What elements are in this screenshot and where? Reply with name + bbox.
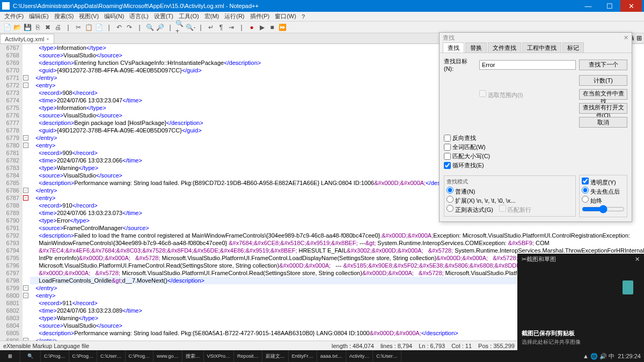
menu-item[interactable]: 窗口(W) [273, 12, 298, 20]
taskbar-item[interactable]: aaaa.txt… [317, 350, 346, 362]
new-file-icon[interactable]: 📄 [2, 23, 12, 32]
taskbar-item[interactable]: 新建文… [262, 350, 289, 362]
minimize-button[interactable]: — [577, 0, 599, 12]
toast-app: 截图和草图 [526, 255, 556, 263]
mode-normal-radio[interactable] [447, 187, 453, 194]
redo-icon[interactable]: ↷ [125, 23, 134, 32]
sel-range-checkbox [479, 90, 486, 97]
line-gutter: 6767676867696770677167726773677467756776… [0, 44, 23, 346]
toolbar: 📄 📂 💾 ⎘ ✖ 🖨 | ✂ 📋 📄 | ↶ ↷ | 🔍 🔎 | 🔍+ 🔍- … [0, 21, 644, 33]
taskbar[interactable]: ⊞ 🔍 C:\Prog…C:\Prog…C:\User…C:\Prog…www.… [0, 350, 644, 362]
menu-item[interactable]: 视图(V) [77, 12, 101, 20]
notification-toast[interactable]: ✂ 截图和草图✕ 截图已保存到剪贴板 选择此处标记并共享图像 [517, 254, 644, 350]
menu-item[interactable]: 搜索(S) [52, 12, 76, 20]
toast-subtitle: 选择此处标记并共享图像 [522, 338, 640, 346]
taskbar-item[interactable]: C:\User… [97, 350, 126, 362]
start-button[interactable]: ⊞ [0, 350, 20, 362]
menu-item[interactable]: 插件(P) [248, 12, 272, 20]
menu-item[interactable]: ? [299, 13, 307, 20]
taskbar-item[interactable]: Reposit… [234, 350, 262, 362]
find-icon[interactable]: 🔍 [145, 23, 155, 32]
save-all-icon[interactable]: ⎘ [33, 23, 42, 32]
menu-item[interactable]: 宏(M) [202, 12, 222, 20]
taskbar-item[interactable]: C:\User… [373, 350, 401, 362]
wrap-checkbox[interactable] [444, 162, 451, 169]
backward-checkbox[interactable] [444, 135, 451, 142]
copy-icon[interactable]: 📋 [84, 23, 93, 32]
window-title: C:\Users\Administrator\AppData\Roaming\M… [13, 3, 577, 9]
taskbar-item[interactable]: www.go… [153, 350, 182, 362]
search-button[interactable]: 🔍 [20, 350, 41, 362]
toast-title: 截图已保存到剪贴板 [522, 329, 640, 337]
taskbar-item[interactable]: VSIXPro… [204, 350, 235, 362]
title-bar: C:\Users\Administrator\AppData\Roaming\M… [0, 0, 644, 12]
macro-play-icon[interactable]: ▶ [257, 23, 267, 32]
taskbar-clock[interactable]: 21:29:24 [618, 353, 641, 359]
menu-item[interactable]: 语言(L) [127, 12, 150, 20]
close-button[interactable]: ✕ [620, 0, 642, 12]
menu-item[interactable]: 编辑(E) [27, 12, 51, 20]
taskbar-item[interactable]: 搜索… [182, 350, 204, 362]
zoom-out-icon[interactable]: 🔍- [186, 23, 195, 32]
menu-item[interactable]: 编码(N) [102, 12, 126, 20]
find-tabs: 查找替换文件查找工程中查找标记 [440, 42, 632, 53]
tray-icons[interactable]: ▲ 🌐 🔊 中 [583, 352, 614, 360]
status-ln: Ln : 6,793 [419, 343, 445, 349]
maximize-button[interactable]: ☐ [599, 0, 620, 12]
find-close-icon[interactable]: ✕ [624, 34, 628, 41]
wordwrap-icon[interactable]: ↵ [206, 23, 216, 32]
find-target-input[interactable] [479, 60, 576, 70]
indent-guide-icon[interactable]: ⇥ [226, 23, 236, 32]
transparency-checkbox[interactable] [582, 178, 589, 184]
trans-focus-radio[interactable] [582, 187, 589, 194]
find-target-label: 查找目标(N): [444, 57, 476, 72]
taskbar-item[interactable]: C:\Prog… [126, 350, 154, 362]
menu-bar: 文件(F)编辑(E)搜索(S)视图(V)编码(N)语言(L)设置(T)工具(O)… [0, 12, 644, 21]
mode-regex-radio[interactable] [447, 205, 453, 212]
tab-close-icon[interactable]: × [46, 36, 49, 42]
find-next-button[interactable]: 查找下一个 [579, 60, 627, 70]
open-file-icon[interactable]: 📂 [12, 23, 22, 32]
find-tab[interactable]: 工程中查找 [522, 42, 561, 53]
status-pos: Pos : 355,299 [478, 343, 515, 349]
taskbar-item[interactable]: C:\Prog… [69, 350, 98, 362]
file-tab[interactable]: ActivityLog.xml × [0, 34, 54, 43]
count-button[interactable]: 计数(T) [579, 75, 627, 86]
toast-thumbnail [623, 280, 633, 294]
tab-label: ActivityLog.xml [5, 36, 44, 42]
undo-icon[interactable]: ↶ [114, 23, 124, 32]
menu-item[interactable]: 设置(T) [152, 12, 175, 20]
taskbar-item[interactable]: EntityFr… [289, 350, 317, 362]
status-col: Col : 11 [451, 343, 472, 349]
taskbar-item[interactable]: Activity… [346, 350, 374, 362]
cut-icon[interactable]: ✂ [74, 23, 83, 32]
find-in-current-button[interactable]: 在当前文件中查找 [579, 89, 627, 100]
find-tab[interactable]: 标记 [562, 42, 584, 53]
close-file-icon[interactable]: ✖ [43, 23, 53, 32]
find-tab[interactable]: 文件查找 [488, 42, 521, 53]
macro-fast-icon[interactable]: ⏩ [277, 23, 287, 32]
wholeword-checkbox[interactable] [444, 144, 451, 151]
find-open-files-button[interactable]: 查找所有打开文件(O) [579, 103, 627, 114]
paste-icon[interactable]: 📄 [94, 23, 104, 32]
taskbar-item[interactable]: C:\Prog… [41, 350, 69, 362]
mode-ext-radio[interactable] [447, 196, 453, 203]
find-header: 查找 [443, 34, 455, 42]
menu-item[interactable]: 运行(R) [222, 12, 246, 20]
trans-always-radio[interactable] [582, 196, 589, 203]
cancel-button[interactable]: 取消 [579, 117, 627, 128]
find-dialog: 查找✕ 查找替换文件查找工程中查找标记 查找目标(N): 查找下一个 计数(T)… [439, 32, 632, 222]
toast-close-icon[interactable]: ✕ [635, 256, 640, 263]
zoom-in-icon[interactable]: 🔍+ [175, 23, 185, 32]
print-icon[interactable]: 🖨 [53, 23, 63, 32]
replace-icon[interactable]: 🔎 [155, 23, 165, 32]
show-symbols-icon[interactable]: ¶ [216, 23, 226, 32]
transparency-slider[interactable] [582, 205, 625, 213]
find-tab[interactable]: 替换 [465, 42, 487, 53]
macro-record-icon[interactable]: ● [247, 23, 257, 32]
menu-item[interactable]: 文件(F) [2, 12, 26, 20]
macro-stop-icon[interactable]: ■ [267, 23, 277, 32]
save-icon[interactable]: 💾 [23, 23, 32, 32]
matchcase-checkbox[interactable] [444, 153, 451, 160]
find-tab[interactable]: 查找 [443, 42, 464, 53]
